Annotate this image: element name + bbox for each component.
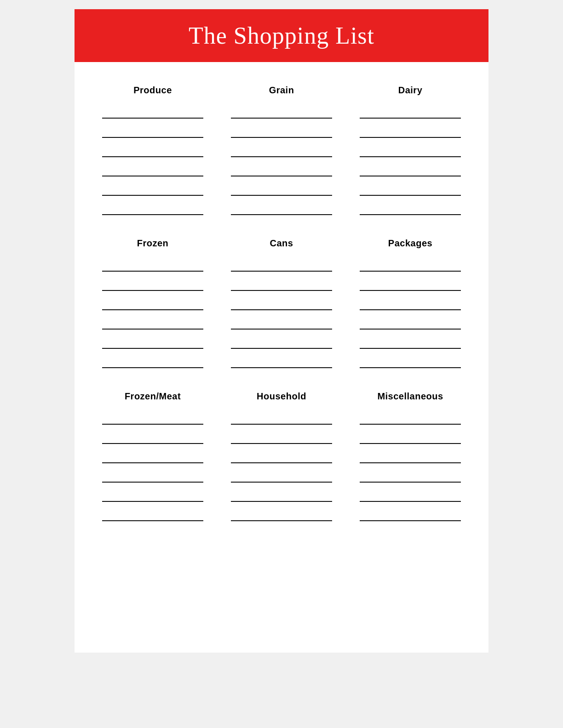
line-item[interactable] bbox=[360, 483, 461, 502]
line-item[interactable] bbox=[231, 310, 332, 330]
line-item[interactable] bbox=[360, 502, 461, 521]
line-item[interactable] bbox=[231, 349, 332, 368]
section-grain: Grain bbox=[231, 85, 332, 215]
line-item[interactable] bbox=[360, 252, 461, 272]
line-item[interactable] bbox=[360, 99, 461, 119]
section-title-grain: Grain bbox=[231, 85, 332, 96]
section-title-household: Household bbox=[231, 391, 332, 402]
section-household: Household bbox=[231, 391, 332, 521]
line-item[interactable] bbox=[102, 483, 203, 502]
line-item[interactable] bbox=[231, 502, 332, 521]
section-title-frozen: Frozen bbox=[102, 238, 203, 249]
line-item[interactable] bbox=[231, 483, 332, 502]
line-item[interactable] bbox=[231, 99, 332, 119]
line-item[interactable] bbox=[102, 502, 203, 521]
line-item[interactable] bbox=[102, 444, 203, 463]
line-item[interactable] bbox=[102, 425, 203, 444]
line-item[interactable] bbox=[360, 425, 461, 444]
line-item[interactable] bbox=[360, 310, 461, 330]
line-item[interactable] bbox=[231, 119, 332, 138]
section-title-dairy: Dairy bbox=[360, 85, 461, 96]
section-cans: Cans bbox=[231, 238, 332, 368]
section-title-miscellaneous: Miscellaneous bbox=[360, 391, 461, 402]
line-item[interactable] bbox=[102, 330, 203, 349]
line-item[interactable] bbox=[360, 405, 461, 425]
line-item[interactable] bbox=[231, 252, 332, 272]
section-title-packages: Packages bbox=[360, 238, 461, 249]
line-item[interactable] bbox=[231, 425, 332, 444]
page-title: The Shopping List bbox=[102, 22, 461, 49]
line-item[interactable] bbox=[102, 119, 203, 138]
line-item[interactable] bbox=[360, 330, 461, 349]
section-frozen-meat: Frozen/Meat bbox=[102, 391, 203, 521]
line-item[interactable] bbox=[360, 119, 461, 138]
line-item[interactable] bbox=[360, 272, 461, 291]
line-item[interactable] bbox=[231, 463, 332, 483]
line-item[interactable] bbox=[231, 157, 332, 176]
page: The Shopping List Produce Grain Dairy bbox=[75, 9, 488, 653]
section-packages: Packages bbox=[360, 238, 461, 368]
line-item[interactable] bbox=[102, 99, 203, 119]
line-item[interactable] bbox=[360, 349, 461, 368]
section-frozen: Frozen bbox=[102, 238, 203, 368]
line-item[interactable] bbox=[102, 196, 203, 215]
line-item[interactable] bbox=[102, 463, 203, 483]
line-item[interactable] bbox=[102, 252, 203, 272]
line-item[interactable] bbox=[360, 444, 461, 463]
section-title-frozen-meat: Frozen/Meat bbox=[102, 391, 203, 402]
line-item[interactable] bbox=[102, 272, 203, 291]
line-item[interactable] bbox=[102, 138, 203, 157]
line-item[interactable] bbox=[231, 330, 332, 349]
section-produce: Produce bbox=[102, 85, 203, 215]
line-item[interactable] bbox=[231, 291, 332, 310]
line-item[interactable] bbox=[231, 444, 332, 463]
line-item[interactable] bbox=[102, 405, 203, 425]
line-item[interactable] bbox=[360, 157, 461, 176]
section-dairy: Dairy bbox=[360, 85, 461, 215]
line-item[interactable] bbox=[231, 272, 332, 291]
section-title-produce: Produce bbox=[102, 85, 203, 96]
line-item[interactable] bbox=[360, 463, 461, 483]
line-item[interactable] bbox=[360, 138, 461, 157]
line-item[interactable] bbox=[231, 138, 332, 157]
sections-grid: Produce Grain Dairy bbox=[102, 85, 461, 544]
header-banner: The Shopping List bbox=[75, 9, 488, 62]
line-item[interactable] bbox=[102, 176, 203, 196]
line-item[interactable] bbox=[231, 176, 332, 196]
line-item[interactable] bbox=[102, 349, 203, 368]
line-item[interactable] bbox=[231, 405, 332, 425]
line-item[interactable] bbox=[102, 310, 203, 330]
line-item[interactable] bbox=[231, 196, 332, 215]
line-item[interactable] bbox=[360, 196, 461, 215]
section-miscellaneous: Miscellaneous bbox=[360, 391, 461, 521]
line-item[interactable] bbox=[360, 176, 461, 196]
line-item[interactable] bbox=[102, 291, 203, 310]
line-item[interactable] bbox=[102, 157, 203, 176]
section-title-cans: Cans bbox=[231, 238, 332, 249]
line-item[interactable] bbox=[360, 291, 461, 310]
